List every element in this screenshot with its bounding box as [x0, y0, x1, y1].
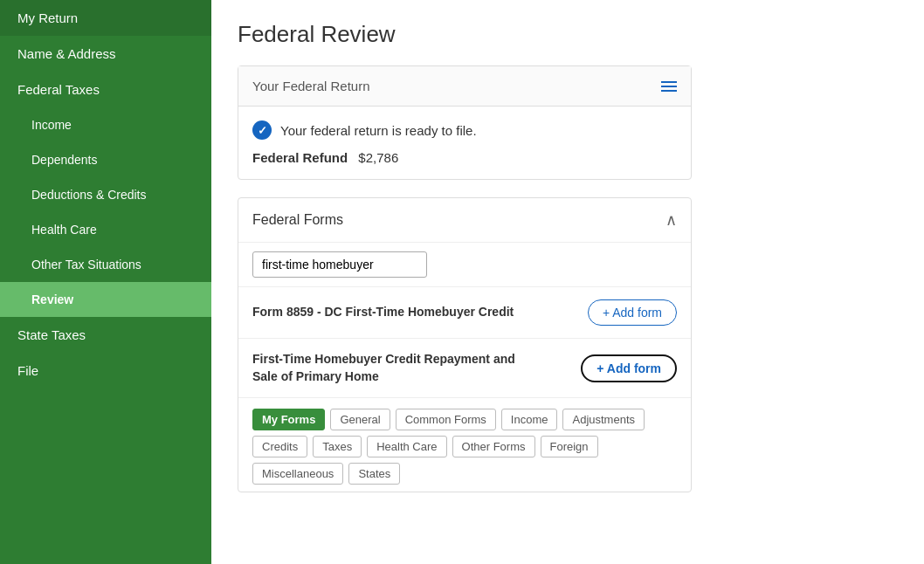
sidebar-item-federal-taxes[interactable]: Federal Taxes [0, 72, 211, 107]
form-row-form-8859: Form 8859 - DC First-Time Homebuyer Cred… [238, 287, 691, 339]
page-title: Federal Review [238, 21, 898, 48]
federal-forms-card: Federal Forms ∧ Form 8859 - DC First-Tim… [238, 197, 692, 492]
federal-return-card-body: Your federal return is ready to file. Fe… [238, 107, 691, 179]
sidebar-item-my-return[interactable]: My Return [0, 0, 211, 36]
form-name-form-8859: Form 8859 - DC First-Time Homebuyer Cred… [252, 304, 514, 321]
status-row: Your federal return is ready to file. [252, 120, 677, 140]
federal-return-label: Your Federal Return [252, 79, 370, 93]
tag-my-forms[interactable]: My Forms [252, 409, 325, 430]
check-circle-icon [252, 120, 272, 140]
tag-miscellaneous[interactable]: Miscellaneous [252, 463, 343, 485]
federal-forms-card-header: Federal Forms ∧ [238, 198, 691, 243]
tag-common-forms[interactable]: Common Forms [396, 409, 496, 430]
main-content: Federal Review Your Federal Return Your … [211, 0, 924, 564]
sidebar-item-dependents[interactable]: Dependents [0, 142, 211, 177]
sidebar-item-other-tax[interactable]: Other Tax Situations [0, 247, 211, 282]
refund-row: Federal Refund $2,786 [252, 150, 677, 165]
federal-return-card: Your Federal Return Your federal return … [238, 65, 692, 180]
tag-general[interactable]: General [330, 409, 390, 430]
tags-section: My FormsGeneralCommon FormsIncomeAdjustm… [238, 397, 691, 492]
tag-foreign[interactable]: Foreign [541, 436, 598, 457]
sidebar-item-state-taxes[interactable]: State Taxes [0, 317, 211, 353]
forms-search-area [238, 243, 691, 287]
sidebar-item-health-care[interactable]: Health Care [0, 212, 211, 247]
add-form-btn-form-8859[interactable]: + Add form [588, 299, 677, 326]
refund-label: Federal Refund [252, 150, 348, 165]
tag-credits[interactable]: Credits [252, 436, 307, 457]
sidebar-item-review[interactable]: Review [0, 282, 211, 317]
refund-amount: $2,786 [358, 150, 398, 165]
add-form-btn-form-homebuyer[interactable]: + Add form [581, 354, 677, 382]
tag-health-care[interactable]: Health Care [367, 436, 446, 457]
sidebar-item-name-address[interactable]: Name & Address [0, 36, 211, 72]
form-row-form-homebuyer: First-Time Homebuyer Credit Repayment an… [238, 339, 691, 397]
sidebar-item-file[interactable]: File [0, 353, 211, 389]
federal-forms-label: Federal Forms [252, 212, 343, 228]
status-text: Your federal return is ready to file. [280, 123, 477, 138]
menu-icon[interactable] [661, 81, 677, 92]
tag-adjustments[interactable]: Adjustments [562, 409, 645, 430]
form-rows: Form 8859 - DC First-Time Homebuyer Cred… [238, 287, 691, 397]
form-name-form-homebuyer: First-Time Homebuyer Credit Repayment an… [252, 351, 532, 385]
sidebar-item-income[interactable]: Income [0, 107, 211, 142]
tag-other-forms[interactable]: Other Forms [452, 436, 535, 457]
chevron-up-icon[interactable]: ∧ [665, 210, 677, 230]
forms-search-input[interactable] [252, 251, 427, 278]
sidebar-item-deductions-credits[interactable]: Deductions & Credits [0, 177, 211, 212]
sidebar: My ReturnName & AddressFederal TaxesInco… [0, 0, 211, 564]
tag-income[interactable]: Income [501, 409, 558, 430]
federal-return-card-header: Your Federal Return [238, 66, 691, 107]
tag-states[interactable]: States [348, 463, 400, 485]
tag-taxes[interactable]: Taxes [313, 436, 362, 457]
